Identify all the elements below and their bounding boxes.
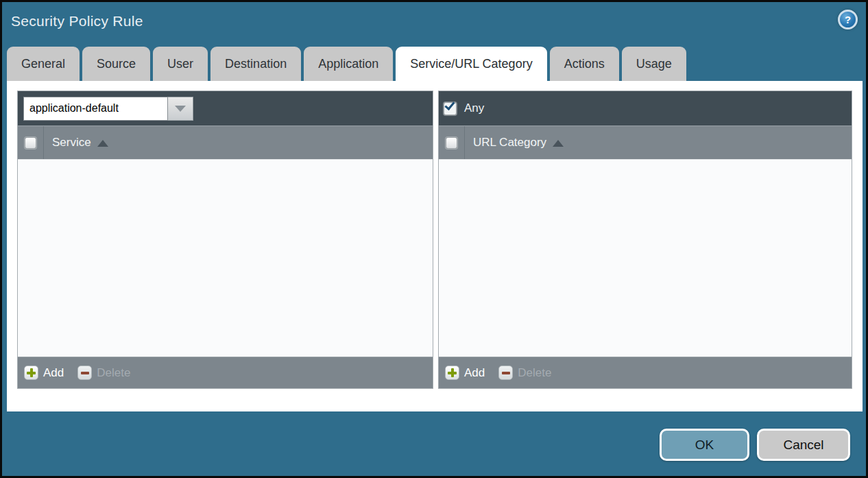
url-category-panel: Any URL Category Add Delete [438,91,852,389]
cancel-button[interactable]: Cancel [757,429,850,461]
sort-ascending-icon [553,140,564,147]
any-url-category-checkbox[interactable] [444,102,457,115]
service-type-dropdown-button[interactable] [168,97,193,121]
service-panel-footer: Add Delete [18,357,433,388]
add-url-category-label: Add [464,366,485,380]
chevron-down-icon [175,106,186,112]
url-category-list [439,159,852,357]
plus-icon [445,366,459,380]
add-url-category-button[interactable]: Add [445,366,485,380]
minus-icon [498,366,513,380]
tab-content: Service Add Delete [7,81,863,411]
url-category-select-all-cell [439,126,465,159]
service-select-all-cell [18,126,44,159]
checkmark-icon [444,99,455,110]
url-category-panel-footer: Add Delete [439,357,852,388]
tab-actions[interactable]: Actions [550,47,619,81]
delete-url-category-label: Delete [518,366,551,380]
tab-user[interactable]: User [153,47,208,81]
service-type-input[interactable] [23,97,168,121]
delete-service-label: Delete [97,366,130,380]
add-service-button[interactable]: Add [24,366,64,380]
security-policy-rule-dialog: Security Policy Rule ? General Source Us… [0,0,868,478]
dialog-title: Security Policy Rule [11,13,143,29]
plus-icon [24,366,38,380]
delete-service-button[interactable]: Delete [77,366,130,380]
service-column-header[interactable]: Service [44,126,108,159]
select-all-url-categories-checkbox[interactable] [446,137,457,149]
service-panel-header [18,91,433,126]
help-icon[interactable]: ? [838,10,858,29]
service-list [18,159,433,357]
service-column-header-row: Service [18,126,433,159]
tab-service-url-category[interactable]: Service/URL Category [396,47,546,81]
url-category-column-label: URL Category [473,136,546,150]
minus-icon [77,366,92,380]
service-panel: Service Add Delete [17,91,433,389]
help-icon-glyph: ? [845,14,851,25]
sort-ascending-icon [97,140,108,147]
any-label: Any [464,101,484,115]
add-service-label: Add [43,366,64,380]
tab-application[interactable]: Application [304,47,393,81]
service-column-label: Service [52,136,91,150]
tab-usage[interactable]: Usage [622,47,686,81]
url-category-column-header-row: URL Category [439,126,852,159]
url-category-column-header[interactable]: URL Category [465,126,564,159]
tab-strip: General Source User Destination Applicat… [7,47,686,81]
delete-url-category-button[interactable]: Delete [498,366,551,380]
url-category-panel-header: Any [439,91,852,126]
ok-button[interactable]: OK [660,429,749,461]
select-all-services-checkbox[interactable] [25,137,36,149]
service-type-combo [23,97,193,121]
tab-general[interactable]: General [7,47,80,81]
tab-source[interactable]: Source [82,47,150,81]
tab-destination[interactable]: Destination [210,47,301,81]
